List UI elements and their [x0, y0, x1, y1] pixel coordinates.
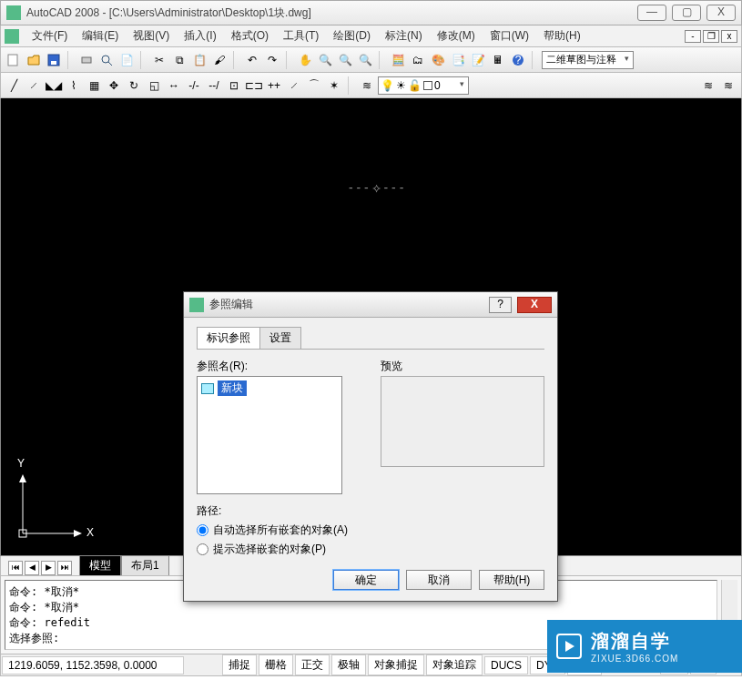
workspace-combo[interactable]: 二维草图与注释: [542, 51, 634, 69]
break-icon[interactable]: ⊏⊐: [245, 76, 263, 95]
calc-icon[interactable]: 🖩: [489, 51, 507, 69]
extend-icon[interactable]: --/: [205, 76, 223, 95]
menu-file[interactable]: 文件(F): [25, 26, 75, 46]
cancel-button[interactable]: 取消: [406, 570, 472, 590]
layers-icon[interactable]: ≋: [358, 76, 376, 95]
array-icon[interactable]: ▦: [85, 76, 103, 95]
menu-window[interactable]: 窗口(W): [483, 26, 536, 46]
break-at-icon[interactable]: ⊡: [225, 76, 243, 95]
copy-icon[interactable]: ⧉: [170, 51, 188, 69]
document-icon: [5, 29, 19, 44]
rotate-icon[interactable]: ↻: [125, 76, 143, 95]
menu-tools[interactable]: 工具(T): [276, 26, 326, 46]
line-icon[interactable]: ╱: [5, 76, 23, 95]
window-title: AutoCAD 2008 - [C:\Users\Administrator\D…: [26, 5, 637, 21]
status-osnap[interactable]: 对象捕捉: [368, 654, 424, 675]
save-icon[interactable]: [45, 51, 63, 69]
watermark-sub: ZIXUE.3D66.COM: [591, 654, 678, 664]
mdi-close-button[interactable]: x: [721, 30, 737, 43]
menu-format[interactable]: 格式(O): [224, 26, 276, 46]
print-icon[interactable]: [77, 51, 96, 69]
menu-modify[interactable]: 修改(M): [430, 26, 483, 46]
redo-icon[interactable]: ↷: [263, 51, 281, 69]
close-button[interactable]: X: [706, 5, 736, 21]
tab-first-icon[interactable]: ⏮: [8, 561, 23, 575]
tab-layout1[interactable]: 布局1: [121, 555, 169, 575]
tab-next-icon[interactable]: ▶: [41, 561, 56, 575]
offset-icon[interactable]: ⌇: [65, 76, 83, 95]
mdi-minimize-button[interactable]: -: [685, 30, 701, 43]
help-icon[interactable]: ?: [509, 51, 527, 69]
tab-settings[interactable]: 设置: [259, 327, 301, 349]
refname-list[interactable]: 新块: [197, 376, 342, 494]
mirror-icon[interactable]: ◣◢: [45, 76, 63, 95]
menu-dimension[interactable]: 标注(N): [378, 26, 430, 46]
zoom-window-icon[interactable]: 🔍: [336, 51, 354, 69]
status-snap[interactable]: 捕捉: [222, 654, 257, 675]
dialog-help-button[interactable]: ?: [489, 297, 512, 313]
new-icon[interactable]: [5, 51, 23, 69]
dialog-close-button[interactable]: X: [517, 297, 552, 313]
menu-insert[interactable]: 插入(I): [177, 26, 223, 46]
radio-prompt-input[interactable]: [197, 543, 208, 555]
preview-icon[interactable]: [97, 51, 116, 69]
maximize-button[interactable]: ▢: [672, 5, 701, 21]
move-icon[interactable]: ✥: [105, 76, 123, 95]
tab-prev-icon[interactable]: ◀: [25, 561, 39, 575]
dialog-titlebar[interactable]: 参照编辑 ? X: [184, 292, 557, 318]
menu-help[interactable]: 帮助(H): [536, 26, 588, 46]
match-icon[interactable]: 🖌: [210, 51, 229, 69]
properties-icon[interactable]: 🧮: [389, 51, 407, 69]
layer-combo[interactable]: 💡 ☀ 🔓 0: [378, 76, 469, 95]
coordinates[interactable]: 1219.6059, 1152.3598, 0.0000: [2, 656, 184, 675]
drawing-area[interactable]: - - - ⟡ - - - Y X 参照编辑 ? X 标识参照 设置 参照名(R…: [0, 98, 742, 556]
tab-model[interactable]: 模型: [79, 555, 121, 575]
tab-last-icon[interactable]: ⏭: [57, 561, 72, 575]
join-icon[interactable]: ++: [265, 76, 283, 95]
paste-icon[interactable]: 📋: [190, 51, 208, 69]
separator: [140, 51, 146, 69]
ok-button[interactable]: 确定: [333, 570, 399, 590]
cut-icon[interactable]: ✂: [150, 51, 168, 69]
status-otrack[interactable]: 对象追踪: [426, 654, 483, 675]
tab-identify[interactable]: 标识参照: [197, 327, 260, 349]
trim-icon[interactable]: -/-: [185, 76, 203, 95]
markup-icon[interactable]: 📝: [469, 51, 487, 69]
publish-icon[interactable]: 📄: [117, 51, 136, 69]
radio-auto[interactable]: 自动选择所有嵌套的对象(A): [197, 522, 544, 538]
minimize-button[interactable]: ―: [637, 5, 666, 21]
scale-icon[interactable]: ◱: [145, 76, 163, 95]
explode-icon[interactable]: ✶: [325, 76, 343, 95]
layer-states-icon[interactable]: ≋: [719, 76, 737, 95]
tool-palette-icon[interactable]: 🎨: [429, 51, 447, 69]
layer-previous-icon[interactable]: ≋: [699, 76, 717, 95]
refname-item-label: 新块: [218, 380, 247, 396]
fillet-icon[interactable]: ⌒: [305, 76, 323, 95]
dialog-title: 参照编辑: [209, 297, 483, 312]
mdi-restore-button[interactable]: ❐: [703, 30, 719, 43]
help-button[interactable]: 帮助(H): [479, 570, 544, 590]
status-ducs[interactable]: DUCS: [484, 656, 528, 675]
zoom-previous-icon[interactable]: 🔍: [356, 51, 374, 69]
chamfer-icon[interactable]: ⟋: [285, 76, 303, 95]
stretch-icon[interactable]: ↔: [165, 76, 183, 95]
radio-prompt[interactable]: 提示选择嵌套的对象(P): [197, 542, 544, 557]
refname-item[interactable]: 新块: [201, 380, 338, 396]
menu-draw[interactable]: 绘图(D): [326, 26, 378, 46]
sheet-set-icon[interactable]: 📑: [449, 51, 467, 69]
svg-marker-9: [19, 474, 26, 482]
status-ortho[interactable]: 正交: [295, 654, 330, 675]
design-center-icon[interactable]: 🗂: [409, 51, 427, 69]
menu-view[interactable]: 视图(V): [126, 26, 177, 46]
status-polar[interactable]: 极轴: [331, 654, 366, 675]
status-grid[interactable]: 栅格: [259, 654, 293, 675]
separator: [286, 51, 291, 69]
undo-icon[interactable]: ↶: [243, 51, 261, 69]
radio-auto-input[interactable]: [197, 524, 208, 536]
xline-icon[interactable]: ⟋: [25, 76, 43, 95]
window-titlebar: AutoCAD 2008 - [C:\Users\Administrator\D…: [0, 0, 742, 25]
pan-icon[interactable]: ✋: [296, 51, 314, 69]
open-icon[interactable]: [25, 51, 43, 69]
menu-edit[interactable]: 编辑(E): [75, 26, 126, 46]
zoom-realtime-icon[interactable]: 🔍: [316, 51, 334, 69]
